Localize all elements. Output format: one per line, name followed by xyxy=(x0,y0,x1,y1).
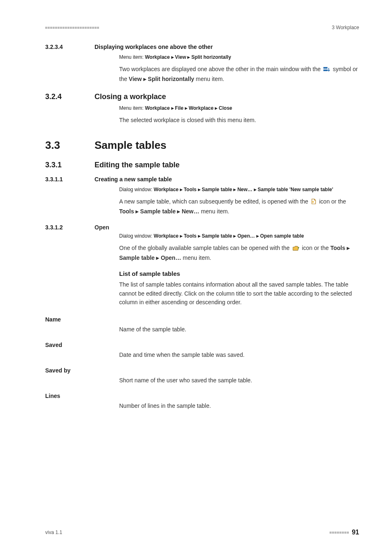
text: menu item. xyxy=(181,254,211,261)
section-title: Sample tables xyxy=(95,139,359,152)
svg-point-2 xyxy=(312,201,314,203)
section-body: Menu item: Workplace ▸ File ▸ Workplace … xyxy=(119,104,359,125)
section-3-2-4: 3.2.4 Closing a workplace xyxy=(45,92,359,101)
text: icon or the xyxy=(319,198,346,205)
page-footer: viva 1.1 91 xyxy=(45,529,359,536)
menu-inline: View ▸ Split horizontally xyxy=(129,76,194,82)
menu-path: Menu item: Workplace ▸ View ▸ Split hori… xyxy=(119,53,359,61)
field-label-lines: Lines xyxy=(45,393,359,399)
field-desc-saved: Date and time when the sample table was … xyxy=(119,352,359,358)
field-label-name: Name xyxy=(45,316,359,323)
text: A new sample table, which can subsequent… xyxy=(119,198,310,205)
section-title: Closing a workplace xyxy=(95,92,359,101)
section-number: 3.3.1.1 xyxy=(45,176,95,183)
field-label-saved: Saved xyxy=(45,342,359,348)
section-3-3-1-2: 3.3.1.2 Open xyxy=(45,224,359,231)
section-3-3-1-1: 3.3.1.1 Creating a new sample table xyxy=(45,176,359,183)
header-right: 3 Workplace xyxy=(332,25,359,30)
section-number: 3.2.4 xyxy=(45,92,95,101)
new-file-icon xyxy=(311,198,316,207)
section-title: Displaying workplaces one above the othe… xyxy=(95,44,359,50)
menu-prefix: Menu item: xyxy=(119,54,145,60)
menu-path: Dialog window: Workplace ▸ Tools ▸ Sampl… xyxy=(119,232,359,240)
section-number: 3.3 xyxy=(45,139,95,152)
section-number: 3.2.3.4 xyxy=(45,44,95,50)
paragraph: The list of sample tables contains infor… xyxy=(119,280,359,307)
menu-inline: Tools ▸ Sample table ▸ New… xyxy=(119,208,199,215)
paragraph: A new sample table, which can subsequent… xyxy=(119,197,359,216)
document-page: 3 Workplace 3.2.3.4 Displaying workplace… xyxy=(0,0,392,555)
text: menu item. xyxy=(194,76,224,82)
menu-bold: Workplace ▸ View ▸ Split horizontally xyxy=(145,54,231,60)
header-ornament xyxy=(45,27,99,29)
section-3-2-3-4: 3.2.3.4 Displaying workplaces one above … xyxy=(45,44,359,50)
menu-prefix: Menu item: xyxy=(119,105,145,111)
page-number: 91 xyxy=(352,529,359,536)
text: icon or the xyxy=(302,245,330,251)
section-title: Creating a new sample table xyxy=(95,176,359,183)
open-folder-icon xyxy=(293,245,299,254)
menu-bold: Workplace ▸ Tools ▸ Sample table ▸ New… … xyxy=(154,187,333,192)
section-number: 3.3.1.2 xyxy=(45,224,95,231)
paragraph: The selected workplace is closed with th… xyxy=(119,116,359,125)
text: menu item. xyxy=(199,208,229,215)
field-desc-name: Name of the sample table. xyxy=(119,326,359,333)
text: Two workplaces are displayed one above t… xyxy=(119,66,322,72)
svg-rect-0 xyxy=(323,67,327,69)
field-desc-lines: Number of lines in the sample table. xyxy=(119,402,359,409)
split-horizontal-icon xyxy=(323,66,330,75)
section-body: Menu item: Workplace ▸ View ▸ Split hori… xyxy=(119,53,359,83)
paragraph: Two workplaces are displayed one above t… xyxy=(119,65,359,83)
section-title: Editing the sample table xyxy=(95,161,359,169)
paragraph: One of the globally available sample tab… xyxy=(119,244,359,262)
menu-path: Dialog window: Workplace ▸ Tools ▸ Sampl… xyxy=(119,186,359,193)
menu-bold: Workplace ▸ Tools ▸ Sample table ▸ Open…… xyxy=(154,233,304,239)
text: One of the globally available sample tab… xyxy=(119,245,291,251)
svg-rect-1 xyxy=(323,69,327,71)
field-label-savedby: Saved by xyxy=(45,367,359,374)
page-header: 3 Workplace xyxy=(45,25,359,30)
menu-path: Menu item: Workplace ▸ File ▸ Workplace … xyxy=(119,104,359,112)
section-title: Open xyxy=(95,224,119,231)
footer-left: viva 1.1 xyxy=(45,530,62,535)
section-3-3-1: 3.3.1 Editing the sample table xyxy=(45,161,359,169)
menu-bold: Workplace ▸ File ▸ Workplace ▸ Close xyxy=(145,105,232,111)
list-heading: List of sample tables xyxy=(119,270,359,277)
menu-prefix: Dialog window: xyxy=(119,187,154,192)
section-body: Dialog window: Workplace ▸ Tools ▸ Sampl… xyxy=(119,186,359,216)
section-3-3: 3.3 Sample tables xyxy=(45,139,359,152)
menu-prefix: Dialog window: xyxy=(119,233,154,239)
field-desc-savedby: Short name of the user who saved the sam… xyxy=(119,377,359,384)
section-body: Dialog window: Workplace ▸ Tools ▸ Sampl… xyxy=(119,232,359,262)
section-number: 3.3.1 xyxy=(45,161,95,169)
footer-ornament: 91 xyxy=(330,529,359,536)
